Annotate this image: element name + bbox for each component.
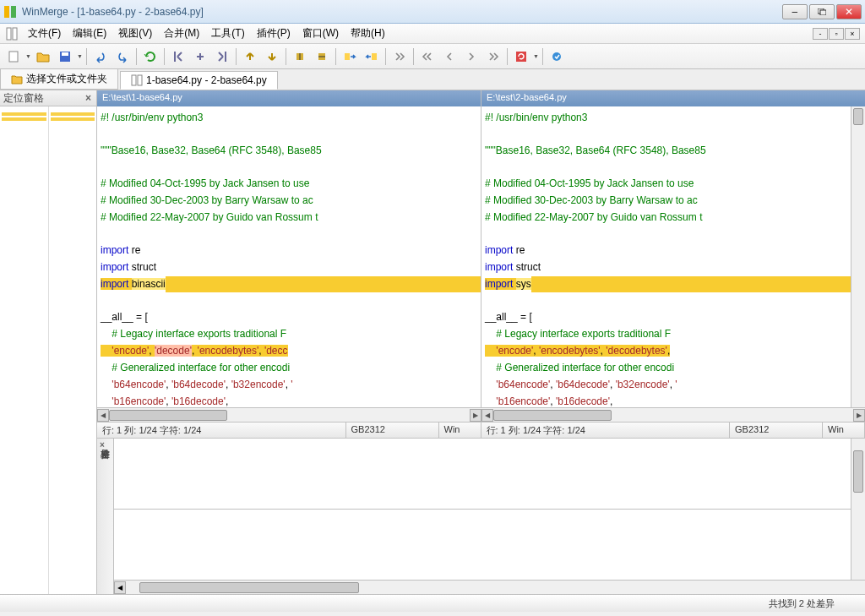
locator-pane: 定位窗格 × xyxy=(0,90,97,594)
right-path[interactable]: E:\test\2-base64.py xyxy=(481,90,865,106)
right-pos: 行: 1 列: 1/24 字符: 1/24 xyxy=(481,422,731,438)
menu-edit[interactable]: 编辑(E) xyxy=(67,25,112,42)
svg-rect-13 xyxy=(516,52,526,62)
svg-rect-4 xyxy=(7,28,11,40)
menu-window[interactable]: 窗口(W) xyxy=(296,25,345,42)
svg-rect-12 xyxy=(372,53,377,60)
first-diff-button[interactable] xyxy=(168,46,188,67)
prev-diff-button[interactable] xyxy=(240,46,260,67)
mdi-minimize[interactable]: - xyxy=(813,28,828,40)
open-button[interactable] xyxy=(33,46,53,67)
left-enc: GB2312 xyxy=(346,422,439,438)
menu-help[interactable]: 帮助(H) xyxy=(345,25,391,42)
left-code[interactable]: #! /usr/bin/env python3 """Base16, Base3… xyxy=(97,106,481,407)
refresh-selected-button[interactable] xyxy=(511,46,531,67)
statusbar: 共找到 2 处差异 xyxy=(0,594,865,612)
tab-select-label: 选择文件或文件夹 xyxy=(26,72,107,86)
options-button[interactable] xyxy=(547,46,567,67)
left-eol: Win xyxy=(439,422,481,438)
minimize-button[interactable]: ‒ xyxy=(782,4,808,19)
menu-tools[interactable]: 工具(T) xyxy=(205,25,250,42)
redo-button[interactable] xyxy=(112,46,133,67)
left-pane: E:\test\1-base64.py #! /usr/bin/env pyth… xyxy=(97,90,481,407)
svg-point-14 xyxy=(552,52,561,61)
copy-right-advance-button[interactable] xyxy=(389,46,410,67)
svg-rect-5 xyxy=(13,28,17,40)
statusbar-text: 共找到 2 处差异 xyxy=(769,597,860,610)
diff-hscroll[interactable]: ◀ xyxy=(114,580,865,594)
titlebar: WinMerge - [1-base64.py - 2-base64.py] ‒… xyxy=(0,0,865,24)
left-path[interactable]: E:\test\1-base64.py xyxy=(97,90,481,106)
prev-right-button[interactable] xyxy=(439,46,460,67)
last-diff-button[interactable] xyxy=(212,46,232,67)
svg-rect-1 xyxy=(11,6,16,18)
next-diff-button[interactable] xyxy=(262,46,282,67)
all-left-button[interactable] xyxy=(417,46,438,67)
menu-merge[interactable]: 合并(M) xyxy=(158,25,205,42)
undo-button[interactable] xyxy=(90,46,111,67)
copy-right-button[interactable] xyxy=(340,46,360,67)
close-button[interactable]: ✕ xyxy=(836,4,862,19)
next-conflict-button[interactable] xyxy=(312,46,332,67)
pane-status-row: 行: 1 列: 1/24 字符: 1/24 GB2312 Win 行: 1 列:… xyxy=(97,422,865,438)
menubar: 文件(F) 编辑(E) 视图(V) 合并(M) 工具(T) 插件(P) 窗口(W… xyxy=(0,24,865,44)
right-vscroll[interactable] xyxy=(851,106,865,407)
tab-compare[interactable]: 1-base64.py - 2-base64.py xyxy=(120,71,278,90)
tab-compare-label: 1-base64.py - 2-base64.py xyxy=(146,74,267,86)
diff-detail-top[interactable] xyxy=(114,439,851,510)
all-right-button[interactable] xyxy=(483,46,503,67)
mdi-restore[interactable]: ▫ xyxy=(829,28,844,40)
copy-left-button[interactable] xyxy=(362,46,382,67)
document-tabs: 选择文件或文件夹 1-base64.py - 2-base64.py xyxy=(0,69,865,90)
right-code[interactable]: #! /usr/bin/env python3 """Base16, Base3… xyxy=(481,106,851,407)
locator-body[interactable] xyxy=(0,106,96,594)
svg-rect-0 xyxy=(4,6,9,18)
diff-pane-close[interactable]: × xyxy=(100,440,105,450)
diff-pane-title: 差异窗格 xyxy=(97,439,114,594)
menu-file[interactable]: 文件(F) xyxy=(22,25,67,42)
menu-view[interactable]: 视图(V) xyxy=(112,25,158,42)
right-enc: GB2312 xyxy=(730,422,823,438)
menu-plugins[interactable]: 插件(P) xyxy=(251,25,296,42)
current-diff-button[interactable] xyxy=(190,46,210,67)
svg-rect-6 xyxy=(9,52,18,62)
diff-detail-bottom[interactable] xyxy=(114,510,851,580)
left-pos: 行: 1 列: 1/24 字符: 1/24 xyxy=(97,422,346,438)
folder-icon xyxy=(11,74,23,85)
diff-pane-bottom: × 差异窗格 ◀ xyxy=(97,438,865,594)
new-button[interactable] xyxy=(3,46,24,67)
window-buttons: ‒ ✕ xyxy=(782,4,862,19)
refresh-button[interactable] xyxy=(140,46,160,67)
right-hscroll[interactable]: ◀▶ xyxy=(481,407,866,422)
prev-conflict-button[interactable] xyxy=(290,46,310,67)
locator-title: 定位窗格 xyxy=(3,91,44,106)
svg-rect-3 xyxy=(820,10,826,15)
right-eol: Win xyxy=(823,422,865,438)
svg-rect-8 xyxy=(62,52,68,56)
app-icon xyxy=(3,5,17,19)
svg-rect-11 xyxy=(345,53,350,60)
title-text: WinMerge - [1-base64.py - 2-base64.py] xyxy=(22,6,782,18)
locator-close-button[interactable]: × xyxy=(84,92,93,104)
right-pane: E:\test\2-base64.py #! /usr/bin/env pyth… xyxy=(481,90,865,407)
toolbar: ▼ ▼ ▼ xyxy=(0,44,865,69)
save-button[interactable] xyxy=(55,46,75,67)
maximize-button[interactable] xyxy=(809,4,835,19)
doc-icon xyxy=(5,27,19,41)
mdi-close[interactable]: × xyxy=(845,28,860,40)
next-right-button[interactable] xyxy=(461,46,481,67)
left-hscroll[interactable]: ◀▶ xyxy=(97,407,481,422)
svg-rect-15 xyxy=(132,75,136,85)
svg-rect-16 xyxy=(138,75,142,85)
compare-icon xyxy=(131,74,143,86)
tab-select-files[interactable]: 选择文件或文件夹 xyxy=(0,68,118,90)
diff-vscroll-top[interactable] xyxy=(851,439,865,580)
